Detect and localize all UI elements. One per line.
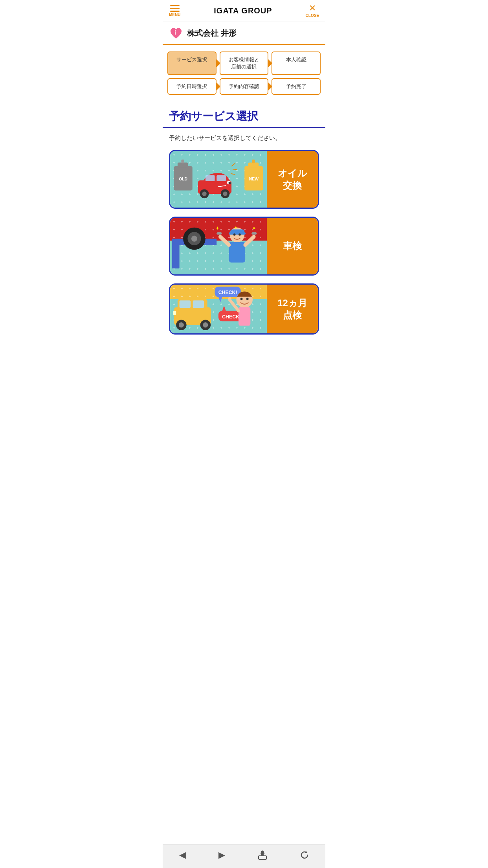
steps-container: サービス選択 お客様情報と店舗の選択 本人確認 予約日時選択 予約内容確認 予約… bbox=[163, 45, 325, 101]
twelve-month-card[interactable]: CHECK! CHECK! bbox=[169, 283, 319, 335]
twelve-month-illustration: CHECK! CHECK! bbox=[170, 285, 267, 333]
close-button[interactable]: ✕ CLOSE bbox=[306, 4, 319, 18]
menu-label: MENU bbox=[169, 13, 180, 17]
close-icon: ✕ bbox=[309, 4, 316, 13]
company-banner: i 株式会社 井形 bbox=[163, 22, 325, 45]
inspection-illustration: ✦ ✦ ✦ bbox=[170, 218, 267, 274]
oil-change-illustration: OLD → bbox=[170, 151, 267, 208]
step-2-label: お客様情報と店舗の選択 bbox=[229, 57, 259, 70]
svg-rect-59 bbox=[238, 307, 250, 326]
section-description: 予約したいサービスを選択してください。 bbox=[163, 134, 325, 150]
inspection-label: 車検 bbox=[267, 218, 318, 274]
step-4[interactable]: 予約日時選択 bbox=[167, 78, 216, 95]
svg-text:CHECK!: CHECK! bbox=[218, 290, 237, 295]
section-title-area: 予約サービス選択 bbox=[163, 101, 325, 128]
svg-line-22 bbox=[231, 174, 235, 175]
svg-rect-17 bbox=[248, 162, 259, 167]
section-title: 予約サービス選択 bbox=[169, 109, 319, 124]
app-logo: IGATA GROUP bbox=[214, 6, 272, 15]
step-6[interactable]: 予約完了 bbox=[272, 78, 321, 95]
svg-text:OLD: OLD bbox=[179, 177, 187, 181]
svg-point-48 bbox=[203, 322, 208, 327]
inspection-svg: ✦ ✦ ✦ bbox=[170, 219, 267, 274]
svg-point-12 bbox=[223, 191, 227, 196]
svg-text:CHECK!: CHECK! bbox=[222, 314, 241, 320]
svg-line-34 bbox=[220, 237, 229, 245]
company-logo-icon: i bbox=[169, 26, 183, 40]
hamburger-icon bbox=[170, 5, 180, 12]
svg-rect-44 bbox=[193, 300, 204, 308]
svg-point-61 bbox=[228, 297, 231, 301]
step-2[interactable]: お客様情報と店舗の選択 bbox=[220, 51, 269, 75]
step-6-label: 予約完了 bbox=[286, 83, 306, 89]
step-4-label: 予約日時選択 bbox=[176, 83, 207, 89]
oil-change-card[interactable]: OLD → bbox=[169, 150, 319, 209]
svg-point-57 bbox=[240, 298, 243, 300]
svg-rect-30 bbox=[229, 232, 246, 235]
svg-text:✦: ✦ bbox=[215, 225, 220, 231]
oil-change-bg: OLD → bbox=[170, 151, 267, 208]
svg-rect-49 bbox=[173, 311, 176, 315]
svg-rect-43 bbox=[180, 300, 191, 308]
step-5-label: 予約内容確認 bbox=[229, 83, 259, 89]
svg-point-58 bbox=[246, 298, 249, 300]
svg-text:✦: ✦ bbox=[234, 225, 237, 230]
step-3-label: 本人確認 bbox=[286, 57, 306, 63]
svg-rect-3 bbox=[181, 160, 184, 163]
svg-rect-33 bbox=[229, 242, 245, 263]
svg-point-27 bbox=[191, 236, 197, 242]
step-1-label: サービス選択 bbox=[176, 57, 207, 63]
svg-point-32 bbox=[238, 234, 241, 236]
menu-button[interactable]: MENU bbox=[169, 5, 180, 17]
svg-text:✦: ✦ bbox=[252, 225, 256, 231]
twelve-month-svg: CHECK! CHECK! bbox=[170, 285, 267, 333]
svg-rect-2 bbox=[178, 162, 188, 167]
svg-point-14 bbox=[229, 182, 231, 184]
svg-point-31 bbox=[233, 234, 236, 236]
step-3[interactable]: 本人確認 bbox=[272, 51, 321, 75]
service-cards-container: OLD → bbox=[163, 150, 325, 366]
oil-change-label: オイル交換 bbox=[267, 151, 318, 208]
oil-change-svg: OLD → bbox=[170, 154, 267, 205]
svg-text:NEW: NEW bbox=[249, 177, 259, 181]
svg-rect-8 bbox=[216, 175, 226, 181]
svg-point-10 bbox=[202, 191, 206, 196]
app-header: MENU IGATA GROUP ✕ CLOSE bbox=[163, 0, 325, 22]
company-name: 株式会社 井形 bbox=[187, 28, 237, 39]
svg-line-35 bbox=[245, 237, 254, 245]
svg-point-46 bbox=[179, 322, 184, 327]
twelve-month-bg: CHECK! CHECK! bbox=[170, 285, 267, 333]
close-label: CLOSE bbox=[306, 13, 319, 18]
step-5[interactable]: 予約内容確認 bbox=[220, 78, 269, 95]
svg-rect-37 bbox=[251, 232, 257, 235]
inspection-card[interactable]: ✦ ✦ ✦ 車検 bbox=[169, 217, 319, 276]
svg-marker-54 bbox=[222, 305, 226, 311]
step-1[interactable]: サービス選択 bbox=[167, 51, 216, 75]
svg-rect-7 bbox=[205, 175, 215, 181]
twelve-month-label: 12ヵ月点検 bbox=[267, 285, 318, 333]
svg-rect-18 bbox=[252, 160, 255, 163]
svg-marker-51 bbox=[218, 297, 222, 302]
svg-line-21 bbox=[233, 169, 237, 170]
svg-line-20 bbox=[231, 163, 235, 166]
svg-rect-36 bbox=[216, 232, 222, 235]
svg-text:i: i bbox=[174, 29, 176, 36]
inspection-bg: ✦ ✦ ✦ bbox=[170, 218, 267, 274]
